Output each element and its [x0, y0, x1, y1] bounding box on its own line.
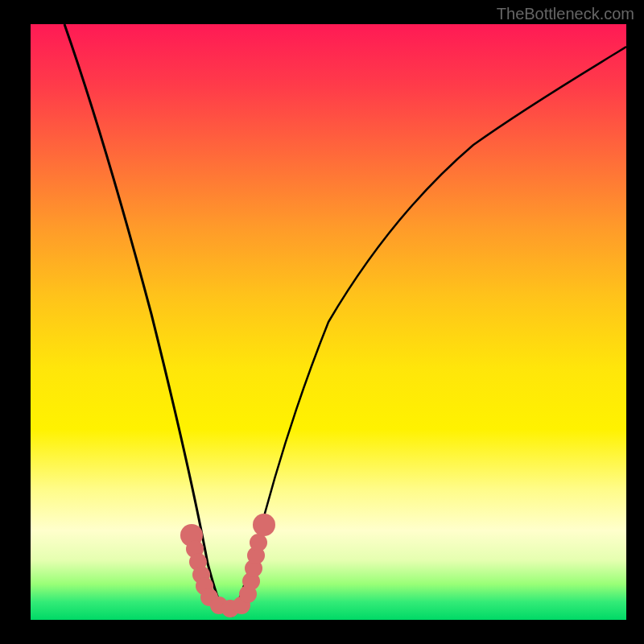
scatter-point	[250, 534, 267, 551]
scatter-overlay	[31, 24, 626, 620]
chart-plot-area	[31, 24, 626, 620]
watermark-text: TheBottleneck.com	[497, 5, 634, 23]
scatter-point	[253, 514, 275, 536]
